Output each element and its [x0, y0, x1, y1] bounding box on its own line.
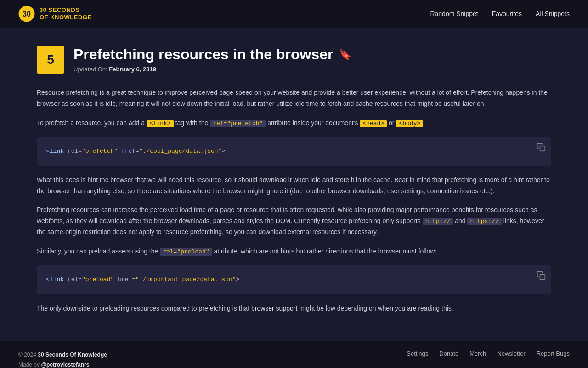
paragraph-4: Prefetching resources can increase the p… — [37, 205, 551, 238]
article-date: February 6, 2019 — [109, 66, 156, 73]
footer-made-by: Made by @petrovicstefanrs — [18, 360, 159, 368]
copy-button-2[interactable] — [537, 271, 546, 282]
nav-all-snippets[interactable]: All Snippets — [536, 10, 570, 17]
footer-right: Settings Donate Merch Newsletter Report … — [407, 350, 570, 357]
report-bugs-link[interactable]: Report Bugs — [537, 350, 570, 357]
main-nav: Random Snippet Favourites All Snippets — [430, 10, 570, 17]
article-body: Resource prefetching is a great techniqu… — [37, 87, 551, 314]
paragraph-1: Resource prefetching is a great techniqu… — [37, 87, 551, 109]
inline-code-https: https:// — [467, 218, 501, 225]
article-title-area: Prefetching resources in the browser 🔖 U… — [74, 46, 351, 73]
site-footer: © 2024 30 Seconds Of Knowledge Made by @… — [0, 341, 588, 368]
paragraph-3: What this does is hint the browser that … — [37, 175, 551, 197]
svg-rect-3 — [540, 275, 545, 280]
bookmark-icon[interactable]: 🔖 — [339, 49, 351, 61]
code-block-2: <link rel="preload" href="./important_pa… — [37, 265, 551, 294]
settings-link[interactable]: Settings — [407, 350, 428, 357]
inline-code-body-tag: <body> — [396, 120, 423, 127]
code-block-1: <link rel="prefetch" href="./cool_page/d… — [37, 137, 551, 166]
article-title: Prefetching resources in the browser — [74, 46, 334, 63]
logo[interactable]: 30 30 SECONDS OF KNOWLEDGE — [18, 6, 92, 22]
nav-favourites[interactable]: Favourites — [492, 10, 522, 17]
footer-site-link[interactable]: 30 Seconds Of Knowledge — [38, 351, 107, 358]
footer-left: © 2024 30 Seconds Of Knowledge Made by @… — [18, 350, 159, 368]
merch-link[interactable]: Merch — [469, 350, 486, 357]
copy-button-1[interactable] — [537, 143, 546, 153]
browser-support-link[interactable]: browser support — [251, 305, 297, 312]
logo-text: 30 SECONDS OF KNOWLEDGE — [40, 6, 92, 21]
svg-rect-2 — [540, 146, 545, 151]
footer-author-link[interactable]: @petrovicstefanrs — [41, 362, 89, 368]
paragraph-6: The only downside to preloading resource… — [37, 303, 551, 314]
inline-code-link-tag: <link> — [147, 120, 174, 127]
newsletter-link[interactable]: Newsletter — [497, 350, 525, 357]
inline-code-rel-prefetch: rel="prefetch" — [210, 120, 266, 127]
svg-text:30: 30 — [23, 10, 31, 18]
inline-code-rel-preload: rel="preload" — [160, 248, 212, 256]
inline-code-head-tag: <head> — [360, 120, 387, 127]
inline-code-http: http:// — [423, 218, 453, 225]
site-header: 30 30 SECONDS OF KNOWLEDGE Random Snippe… — [0, 0, 588, 28]
nav-random-snippet[interactable]: Random Snippet — [430, 10, 478, 17]
article-icon: 5 — [37, 46, 64, 74]
article-updated: Updated On: February 6, 2019 — [74, 66, 351, 73]
article-header: 5 Prefetching resources in the browser 🔖… — [37, 46, 551, 74]
paragraph-5: Similarly, you can preload assets using … — [37, 246, 551, 257]
main-content: 5 Prefetching resources in the browser 🔖… — [0, 28, 588, 341]
paragraph-2: To prefetch a resource, you can add a <l… — [37, 118, 551, 129]
donate-link[interactable]: Donate — [439, 350, 458, 357]
footer-copyright: © 2024 30 Seconds Of Knowledge — [18, 350, 159, 360]
